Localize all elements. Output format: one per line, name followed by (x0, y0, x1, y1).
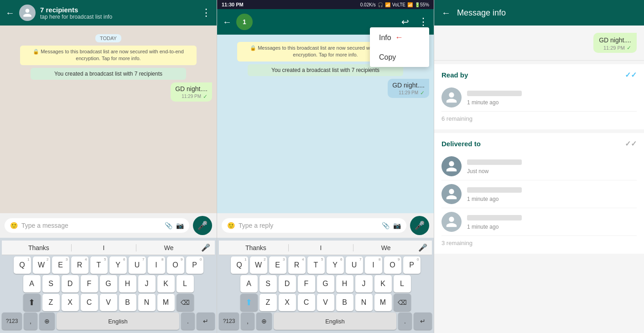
more-button-1[interactable]: ⋮ (201, 7, 211, 19)
key-p-1[interactable]: P0 (186, 256, 203, 274)
key-u-2[interactable]: U7 (346, 256, 363, 274)
key-y-1[interactable]: Y6 (109, 256, 127, 274)
key-v-1[interactable]: V (100, 294, 117, 311)
key-globe-1[interactable]: ⊕ (39, 313, 55, 330)
key-h-1[interactable]: H (119, 275, 136, 292)
key-i-1[interactable]: I8 (148, 256, 165, 274)
key-enter-1[interactable]: ↵ (197, 313, 215, 330)
key-g-1[interactable]: G (100, 275, 117, 292)
input-placeholder-1[interactable]: Type a message (21, 222, 161, 229)
input-placeholder-2[interactable]: Type a reply (239, 222, 378, 229)
key-a-1[interactable]: A (23, 275, 41, 292)
key-f-1[interactable]: F (81, 275, 98, 292)
key-backspace-1[interactable]: ⌫ (177, 294, 194, 311)
key-period-2[interactable]: . (398, 313, 412, 330)
key-n-2[interactable]: N (355, 294, 373, 311)
key-e-1[interactable]: E3 (52, 256, 69, 274)
key-w-1[interactable]: W2 (33, 256, 50, 274)
attach-icon-1[interactable]: 📎 (165, 222, 172, 229)
input-box-1[interactable]: 🙂 Type a message 📎 📷 (5, 218, 189, 233)
suggestion-i-2[interactable]: I (288, 244, 354, 251)
key-row-1-2: Q1 W2 E3 R4 T5 Y6 U7 I8 O9 P0 (219, 256, 432, 274)
chat-title-1: 7 recipients (40, 6, 197, 14)
key-globe-2[interactable]: ⊕ (256, 313, 272, 330)
key-y-2[interactable]: Y6 (327, 256, 344, 274)
key-g-2[interactable]: G (317, 275, 334, 292)
key-o-1[interactable]: O9 (167, 256, 184, 274)
key-j-1[interactable]: J (138, 275, 156, 292)
context-menu-info[interactable]: Info ← (370, 27, 429, 48)
key-l-2[interactable]: L (394, 275, 411, 292)
message-bubble-1: GD night.... 11:29 PM ✓ (171, 82, 212, 102)
system-message-1: 🔒 Messages to this broadcast list are no… (20, 46, 197, 65)
key-e-2[interactable]: E3 (269, 256, 286, 274)
key-n-1[interactable]: N (138, 294, 156, 311)
key-c-2[interactable]: C (298, 294, 315, 311)
suggestion-thanks-1[interactable]: Thanks (6, 244, 71, 251)
key-d-2[interactable]: D (279, 275, 296, 292)
camera-icon-1[interactable]: 📷 (176, 222, 184, 229)
input-box-2[interactable]: 🙂 Type a reply 📎 📷 (222, 218, 406, 233)
suggestion-i-1[interactable]: I (71, 244, 137, 251)
mic-button-2[interactable]: 🎤 (410, 216, 429, 235)
key-j-2[interactable]: J (355, 275, 373, 292)
key-f-2[interactable]: F (298, 275, 315, 292)
key-num-2[interactable]: ?123 (219, 313, 239, 330)
key-l-1[interactable]: L (177, 275, 194, 292)
key-x-2[interactable]: X (279, 294, 296, 311)
key-z-2[interactable]: Z (260, 294, 277, 311)
key-c-1[interactable]: C (81, 294, 98, 311)
key-space-1[interactable]: English (57, 313, 179, 330)
key-p-2[interactable]: P0 (403, 256, 421, 274)
emoji-icon-2[interactable]: 🙂 (227, 222, 235, 229)
key-b-1[interactable]: B (119, 294, 136, 311)
key-h-2[interactable]: H (336, 275, 353, 292)
key-d-1[interactable]: D (62, 275, 79, 292)
mic-button-1[interactable]: 🎤 (193, 216, 212, 235)
key-k-1[interactable]: K (157, 275, 175, 292)
back-button-2[interactable]: ← (223, 17, 232, 27)
camera-icon-2[interactable]: 📷 (393, 222, 401, 229)
key-shift-1[interactable]: ⬆ (23, 294, 41, 311)
key-m-2[interactable]: M (374, 294, 392, 311)
key-t-1[interactable]: T5 (90, 256, 108, 274)
context-menu-copy[interactable]: Copy (370, 48, 429, 67)
key-comma-2[interactable]: , (241, 313, 254, 330)
back-button-1[interactable]: ← (5, 8, 15, 18)
key-comma-1[interactable]: , (24, 313, 37, 330)
key-w-2[interactable]: W2 (250, 256, 267, 274)
key-b-2[interactable]: B (336, 294, 353, 311)
mic-suggestion-1[interactable]: 🎤 (201, 243, 210, 252)
attach-icon-2[interactable]: 📎 (382, 222, 390, 229)
emoji-icon-1[interactable]: 🙂 (10, 222, 18, 229)
more-button-2[interactable]: ⋮ (418, 16, 428, 28)
key-k-2[interactable]: K (374, 275, 392, 292)
key-r-2[interactable]: R4 (288, 256, 306, 274)
key-enter-2[interactable]: ↵ (414, 313, 432, 330)
key-o-2[interactable]: O9 (384, 256, 401, 274)
key-m-1[interactable]: M (157, 294, 175, 311)
key-q-2[interactable]: Q1 (231, 256, 248, 274)
key-v-2[interactable]: V (317, 294, 334, 311)
key-space-2[interactable]: English (274, 313, 396, 330)
key-backspace-2[interactable]: ⌫ (394, 294, 411, 311)
suggestion-we-2[interactable]: We (353, 244, 418, 251)
key-shift-2[interactable]: ⬆ (240, 294, 258, 311)
key-t-2[interactable]: T5 (307, 256, 325, 274)
info-back-button[interactable]: ← (441, 8, 451, 18)
suggestion-we-1[interactable]: We (136, 244, 201, 251)
key-a-2[interactable]: A (240, 275, 258, 292)
key-s-2[interactable]: S (260, 275, 277, 292)
suggestion-thanks-2[interactable]: Thanks (223, 244, 288, 251)
key-period-1[interactable]: . (181, 313, 195, 330)
key-i-2[interactable]: I8 (365, 256, 382, 274)
key-u-1[interactable]: U7 (129, 256, 146, 274)
key-q-1[interactable]: Q1 (14, 256, 31, 274)
mic-suggestion-2[interactable]: 🎤 (418, 243, 427, 252)
key-num-1[interactable]: ?123 (2, 313, 22, 330)
reply-icon-2[interactable]: ↩ (401, 16, 409, 27)
key-s-1[interactable]: S (42, 275, 60, 292)
key-z-1[interactable]: Z (42, 294, 60, 311)
key-x-1[interactable]: X (62, 294, 79, 311)
key-r-1[interactable]: R4 (71, 256, 88, 274)
